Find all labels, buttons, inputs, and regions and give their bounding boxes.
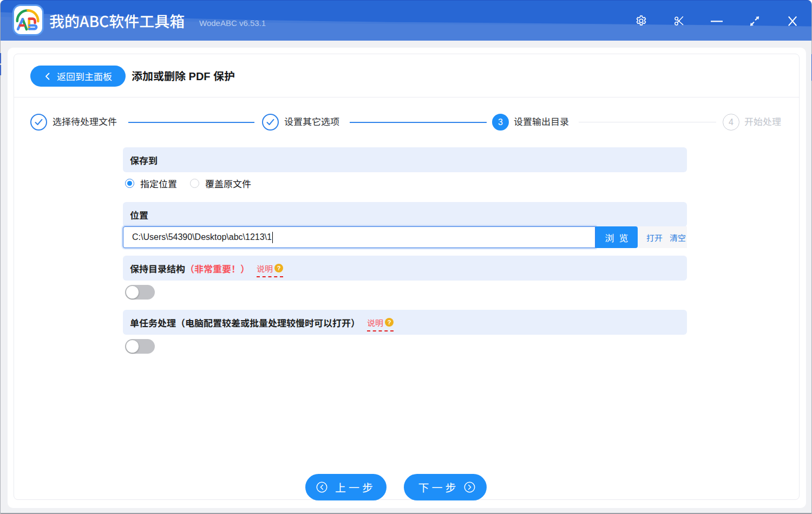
app-logo-ab-icon bbox=[14, 6, 42, 34]
keep-structure-section-header: 保持目录结构 （非常重要！） 说明 ? bbox=[123, 256, 687, 281]
location-heading: 位置 bbox=[130, 208, 148, 222]
screenshot-button[interactable] bbox=[660, 1, 698, 41]
prev-step-label: 上一步 bbox=[332, 479, 376, 495]
step-1-check-icon[interactable] bbox=[30, 114, 47, 131]
keep-structure-heading: 保持目录结构 bbox=[130, 262, 185, 275]
maximize-button[interactable] bbox=[736, 1, 774, 41]
location-input-row: C:\Users\54390\Desktop\abc\1213\1 浏览 打开 … bbox=[123, 226, 687, 248]
stepper-connector-2 bbox=[350, 122, 487, 123]
path-actions: 打开 清空 bbox=[638, 226, 687, 248]
keep-structure-help-link[interactable]: 说明 ? bbox=[257, 263, 283, 277]
keep-structure-toggle[interactable] bbox=[125, 285, 155, 300]
location-section-header: 位置 bbox=[123, 202, 687, 227]
close-icon bbox=[785, 14, 800, 28]
single-task-help-label: 说明 bbox=[367, 317, 383, 328]
next-step-button[interactable]: 下一步 bbox=[404, 474, 487, 500]
radio-specified-location[interactable] bbox=[125, 179, 134, 188]
app-window: 我的ABC软件工具箱 WodeABC v6.53.1 bbox=[0, 0, 812, 514]
circle-chevron-left-icon bbox=[316, 482, 328, 493]
question-mark-icon: ? bbox=[274, 264, 283, 272]
step-1-label: 选择待处理文件 bbox=[53, 116, 117, 128]
content-card: 返回到主面板 添加或删除 PDF 保护 选择待处理文件 设置其它选项 3 设置输… bbox=[14, 54, 800, 500]
radio-specified-location-label[interactable]: 指定位置 bbox=[140, 177, 177, 190]
text-caret bbox=[272, 232, 273, 243]
step-2-check-icon[interactable] bbox=[262, 114, 279, 131]
single-task-toggle[interactable] bbox=[125, 339, 155, 354]
radio-overwrite-original-label[interactable]: 覆盖原文件 bbox=[205, 177, 251, 190]
browse-button[interactable]: 浏览 bbox=[595, 226, 638, 248]
title-bar: 我的ABC软件工具箱 WodeABC v6.53.1 bbox=[1, 0, 811, 41]
output-path-value: C:\Users\54390\Desktop\abc\1213\1 bbox=[132, 232, 272, 242]
app-title: 我的ABC软件工具箱 bbox=[49, 12, 185, 29]
output-path-input[interactable]: C:\Users\54390\Desktop\abc\1213\1 bbox=[123, 226, 595, 248]
scissors-icon bbox=[673, 15, 685, 27]
open-folder-link[interactable]: 打开 bbox=[646, 232, 663, 243]
circle-chevron-right-icon bbox=[464, 482, 475, 493]
app-version: WodeABC v6.53.1 bbox=[199, 18, 266, 28]
stepper-connector-3 bbox=[579, 122, 716, 122]
radio-overwrite-original[interactable] bbox=[190, 179, 199, 188]
clear-path-link[interactable]: 清空 bbox=[670, 232, 686, 243]
back-button-label: 返回到主面板 bbox=[57, 69, 112, 83]
next-step-label: 下一步 bbox=[416, 479, 459, 495]
chevron-left-icon bbox=[44, 73, 51, 80]
step-4-number[interactable]: 4 bbox=[723, 114, 739, 131]
close-button[interactable] bbox=[774, 1, 811, 41]
page-title: 添加或删除 PDF 保护 bbox=[132, 69, 235, 83]
step-3-label: 设置输出目录 bbox=[514, 116, 569, 128]
minimize-icon bbox=[710, 15, 723, 28]
main-panel: 返回到主面板 添加或删除 PDF 保护 选择待处理文件 设置其它选项 3 设置输… bbox=[8, 48, 806, 508]
keep-structure-important: （非常重要！） bbox=[185, 262, 250, 275]
single-task-section-header: 单任务处理（电脑配置较差或批量处理较慢时可以打开） 说明 ? bbox=[123, 310, 687, 335]
step-3-number[interactable]: 3 bbox=[492, 114, 509, 131]
maximize-icon bbox=[748, 15, 761, 28]
single-task-help-link[interactable]: 说明 ? bbox=[367, 317, 394, 331]
wizard-stepper: 选择待处理文件 设置其它选项 3 设置输出目录 4 开始处理 bbox=[14, 114, 800, 131]
step-2-label: 设置其它选项 bbox=[284, 116, 339, 128]
step-4-label: 开始处理 bbox=[744, 116, 781, 128]
gear-icon bbox=[635, 15, 647, 27]
single-task-heading: 单任务处理（电脑配置较差或批量处理较慢时可以打开） bbox=[130, 316, 360, 329]
prev-step-button[interactable]: 上一步 bbox=[305, 474, 387, 500]
save-to-heading: 保存到 bbox=[130, 153, 158, 167]
save-to-section-header: 保存到 bbox=[123, 147, 687, 172]
single-task-toggle-knob bbox=[126, 340, 139, 353]
window-controls bbox=[622, 1, 811, 41]
header-divider bbox=[14, 97, 799, 97]
save-to-options: 指定位置 覆盖原文件 bbox=[125, 178, 251, 188]
keep-structure-help-label: 说明 bbox=[257, 263, 273, 274]
keep-structure-toggle-knob bbox=[126, 285, 139, 299]
stepper-connector-1 bbox=[128, 122, 254, 123]
left-edge-accent bbox=[0, 53, 1, 63]
back-to-dashboard-button[interactable]: 返回到主面板 bbox=[30, 66, 126, 87]
app-logo bbox=[12, 4, 44, 36]
question-mark-icon-2: ? bbox=[385, 318, 394, 327]
settings-button[interactable] bbox=[622, 1, 660, 41]
minimize-button[interactable] bbox=[698, 1, 736, 41]
